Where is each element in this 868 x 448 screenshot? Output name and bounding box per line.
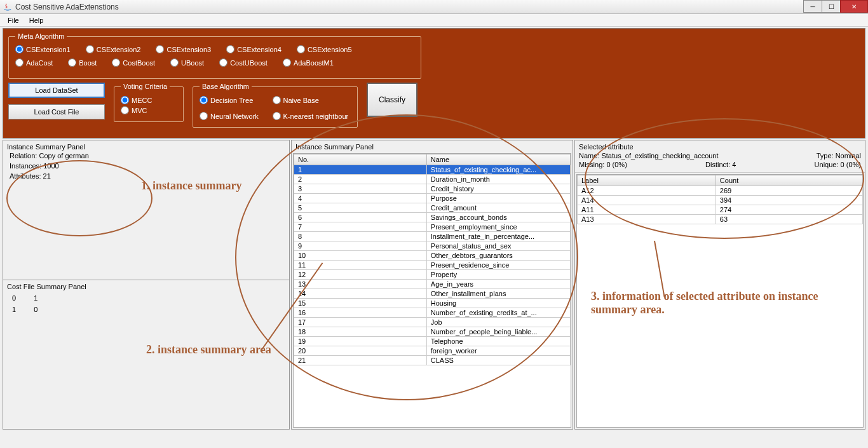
radio-costuboost[interactable]: CostUBoost [219, 58, 268, 67]
col-name[interactable]: Name [426, 154, 570, 165]
costfile-title: Cost File Summary Panel [7, 283, 285, 290]
voting-criteria-fieldset: Voting Criteria MECCMVC [114, 83, 184, 122]
radio-base-k-nearest-neightbour[interactable]: K-nearest neightbour [273, 112, 351, 120]
classify-button[interactable]: Classify [367, 83, 417, 117]
menubar: File Help [0, 14, 868, 27]
radio-csextension1[interactable]: CSExtension1 [15, 45, 71, 53]
maximize-button[interactable]: ☐ [822, 0, 841, 13]
instance-summary-title: Instance Summary Panel [7, 143, 285, 151]
table-row[interactable]: 8Installment_rate_in_percentage... [294, 232, 571, 241]
table-row[interactable]: A1363 [578, 215, 863, 224]
radio-voting-mvc[interactable]: MVC [121, 106, 177, 114]
window-titlebar: Cost Sensitive AdaExtenstions ─ ☐ ✕ [0, 0, 868, 14]
label-count-table[interactable]: Label Count A12269A14394A11274A1363 [577, 175, 863, 224]
instances-value: 1000 [43, 162, 58, 170]
voting-legend: Voting Criteria [121, 83, 170, 90]
lc-col-count[interactable]: Count [715, 175, 862, 186]
minimize-button[interactable]: ─ [803, 0, 822, 13]
instances-label: Instances: [10, 162, 41, 170]
base-legend: Base Algorithm [200, 83, 252, 90]
load-costfile-button[interactable]: Load Cost File [8, 104, 105, 119]
attribute-list-title: Instance Summary Panel [292, 140, 573, 151]
radio-csextension4[interactable]: CSExtension4 [226, 45, 281, 53]
table-row[interactable]: 7Present_employment_since [294, 222, 571, 232]
java-icon [3, 2, 13, 12]
table-row[interactable]: 16Number_of_existing_credits_at_... [294, 308, 571, 318]
sel-unique-label: Unique: [815, 161, 839, 168]
control-panel: Meta Algorithm CSExtension1CSExtension2C… [3, 28, 865, 139]
attribute-table[interactable]: No. Name 1Status_of_existing_checking_ac… [294, 154, 571, 365]
radio-csextension5[interactable]: CSExtension5 [297, 45, 352, 53]
left-panel: Instance Summary Panel Relation: Copy of… [3, 140, 290, 430]
sel-unique-value: 0 (0%) [841, 161, 861, 168]
table-row[interactable]: 11Present_residence_since [294, 261, 571, 270]
main-panels: Instance Summary Panel Relation: Copy of… [0, 140, 868, 430]
cost-row: 01 [8, 293, 50, 303]
col-no[interactable]: No. [294, 154, 427, 165]
table-row[interactable]: 14Other_installment_plans [294, 289, 571, 299]
radio-adacost[interactable]: AdaCost [15, 58, 53, 67]
sel-distinct-label: Distinct: [705, 161, 730, 168]
base-algorithm-fieldset: Base Algorithm Decision TreeNaive BaseNe… [193, 83, 358, 128]
table-row[interactable]: 15Housing [294, 299, 571, 308]
table-row[interactable]: 21CLASS [294, 356, 571, 365]
table-row[interactable]: 10Other_debtors_guarantors [294, 251, 571, 261]
relation-value: Copy of german [39, 152, 88, 160]
lc-col-label[interactable]: Label [578, 175, 716, 186]
radio-base-neural-network[interactable]: Neural Network [200, 112, 261, 120]
sel-missing-label: Missing: [579, 161, 604, 168]
cost-matrix-table: 0110 [7, 292, 51, 316]
table-row[interactable]: 18Number_of_people_being_liable... [294, 327, 571, 337]
radio-csextension3[interactable]: CSExtension3 [156, 45, 211, 53]
table-row[interactable]: 5Credit_amount [294, 203, 571, 213]
selected-attribute-panel: Selected attribute Name: Status_of_exist… [574, 140, 865, 430]
table-row[interactable]: 12Property [294, 270, 571, 280]
radio-adaboostm1[interactable]: AdaBoostM1 [283, 58, 334, 67]
sel-name-value: Status_of_existing_checking_account [601, 152, 718, 160]
close-button[interactable]: ✕ [840, 0, 868, 13]
attributes-label: Attributes: [10, 172, 41, 180]
table-row[interactable]: A11274 [578, 205, 863, 215]
attributes-value: 21 [43, 172, 51, 180]
table-row[interactable]: 19Telephone [294, 337, 571, 346]
sel-type-label: Type: [817, 152, 834, 160]
table-row[interactable]: A12269 [578, 186, 863, 196]
window-title: Cost Sensitive AdaExtenstions [15, 3, 119, 11]
meta-legend: Meta Algorithm [15, 32, 67, 40]
instance-summary-panel: Instance Summary Panel Relation: Copy of… [3, 140, 289, 280]
sel-type-value: Nominal [836, 152, 861, 160]
radio-uboost[interactable]: UBoost [170, 58, 204, 67]
table-row[interactable]: A14394 [578, 196, 863, 205]
menu-file[interactable]: File [3, 15, 24, 25]
table-row[interactable]: 3Credit_history [294, 184, 571, 194]
load-dataset-button[interactable]: Load DataSet [8, 83, 105, 98]
cost-row: 10 [8, 304, 50, 315]
table-row[interactable]: 4Purpose [294, 194, 571, 203]
radio-csextension2[interactable]: CSExtension2 [86, 45, 141, 53]
radio-boost[interactable]: Boost [68, 58, 97, 67]
cost-file-summary-panel: Cost File Summary Panel 0110 [3, 280, 289, 429]
radio-base-decision-tree[interactable]: Decision Tree [200, 96, 261, 104]
radio-voting-mecc[interactable]: MECC [121, 96, 177, 104]
radio-costboost[interactable]: CostBoost [112, 58, 155, 67]
sel-name-label: Name: [579, 152, 599, 160]
table-row[interactable]: 9Personal_status_and_sex [294, 241, 571, 251]
menu-help[interactable]: Help [24, 15, 49, 25]
table-row[interactable]: 2Duration_in_month [294, 175, 571, 184]
sel-distinct-value: 4 [732, 161, 736, 168]
table-row[interactable]: 6Savings_account_bonds [294, 213, 571, 222]
table-row[interactable]: 20foreign_worker [294, 346, 571, 356]
meta-algorithm-fieldset: Meta Algorithm CSExtension1CSExtension2C… [8, 32, 421, 79]
sel-missing-value: 0 (0%) [606, 161, 627, 168]
table-row[interactable]: 13Age_in_years [294, 280, 571, 289]
selected-attr-title: Selected attribute [579, 143, 861, 151]
relation-label: Relation: [10, 152, 37, 160]
radio-base-naive-base[interactable]: Naive Base [273, 96, 351, 104]
attribute-list-panel: Instance Summary Panel No. Name 1Status_… [291, 140, 573, 430]
table-row[interactable]: 1Status_of_existing_checking_ac... [294, 165, 571, 175]
table-row[interactable]: 17Job [294, 318, 571, 327]
